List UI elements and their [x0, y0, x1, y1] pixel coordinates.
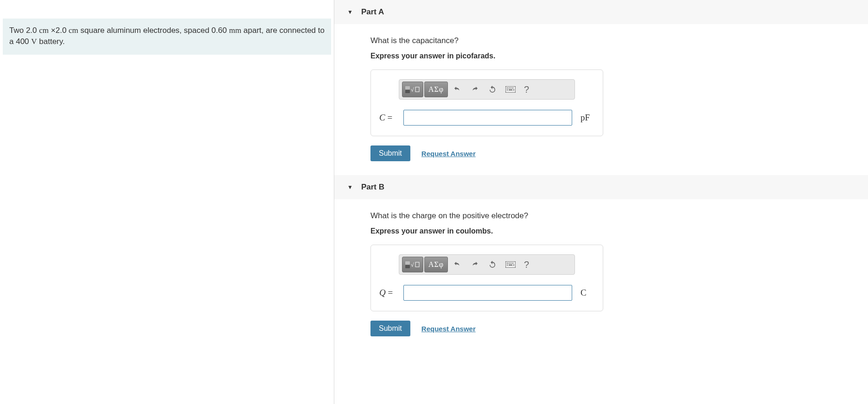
svg-rect-5: [511, 88, 511, 88]
greek-symbols-button[interactable]: ΑΣφ: [424, 82, 448, 97]
variable-label: Q =: [379, 288, 400, 298]
caret-down-icon: ▼: [347, 9, 353, 15]
part-a-body: What is the capacitance? Express your an…: [334, 24, 868, 175]
templates-button-icon[interactable]: √: [402, 82, 423, 97]
part-b-instruction: Express your answer in coulombs.: [370, 227, 868, 235]
unit-mm: mm: [229, 26, 241, 35]
variable-label: C =: [379, 113, 400, 123]
svg-rect-6: [512, 88, 513, 88]
submit-button[interactable]: Submit: [370, 145, 410, 161]
svg-rect-8: [509, 89, 512, 90]
part-b-header[interactable]: ▼ Part B: [334, 175, 868, 199]
reset-icon[interactable]: [484, 257, 501, 272]
part-b-answer-row: Q = C: [379, 285, 594, 301]
part-b-answer-box: √ ΑΣφ ? Q = C: [370, 245, 603, 311]
part-a-actions: Submit Request Answer: [370, 145, 868, 161]
equation-toolbar: √ ΑΣφ ?: [399, 254, 575, 275]
part-a-answer-box: √ ΑΣφ ? C = pF: [370, 69, 603, 136]
svg-rect-11: [415, 262, 419, 267]
part-b-body: What is the charge on the positive elect…: [334, 199, 868, 350]
greek-symbols-button[interactable]: ΑΣφ: [424, 257, 448, 272]
problem-text: 2.0: [56, 26, 69, 35]
problem-text: square aluminum electrodes, spaced 0.60: [78, 26, 229, 35]
problem-text: Two 2.0: [9, 26, 39, 35]
unit-volt: V: [31, 37, 37, 46]
undo-icon[interactable]: [449, 82, 466, 97]
unit-label: C: [581, 288, 594, 298]
part-a-answer-input[interactable]: [403, 110, 572, 126]
part-b-actions: Submit Request Answer: [370, 321, 868, 336]
part-b-question: What is the charge on the positive elect…: [370, 211, 868, 221]
svg-rect-16: [512, 263, 513, 264]
svg-rect-19: [513, 265, 514, 265]
redo-icon[interactable]: [466, 82, 483, 97]
problem-pane: Two 2.0 cm ×2.0 cm square aluminum elect…: [0, 0, 334, 404]
unit-cm: cm: [39, 26, 49, 35]
unit-label: pF: [581, 113, 594, 123]
part-b-title: Part B: [361, 183, 384, 192]
part-a-title: Part A: [361, 7, 384, 17]
request-answer-link[interactable]: Request Answer: [421, 325, 476, 333]
help-icon[interactable]: ?: [520, 257, 533, 272]
redo-icon[interactable]: [466, 257, 483, 272]
templates-button-icon[interactable]: √: [402, 257, 423, 272]
svg-rect-1: [415, 87, 419, 92]
svg-rect-14: [509, 263, 510, 264]
request-answer-link[interactable]: Request Answer: [421, 150, 476, 158]
part-a-header[interactable]: ▼ Part A: [334, 0, 868, 24]
problem-text: ×: [49, 26, 56, 35]
unit-cm: cm: [69, 26, 78, 35]
problem-text: battery.: [37, 37, 65, 46]
part-a-answer-row: C = pF: [379, 110, 594, 126]
keyboard-icon[interactable]: [502, 257, 519, 272]
part-a-question: What is the capacitance?: [370, 36, 868, 45]
submit-button[interactable]: Submit: [370, 321, 410, 336]
help-icon[interactable]: ?: [520, 82, 533, 97]
svg-rect-9: [513, 89, 514, 90]
svg-rect-15: [511, 263, 511, 264]
svg-text:√: √: [411, 87, 414, 93]
problem-statement: Two 2.0 cm ×2.0 cm square aluminum elect…: [3, 19, 331, 55]
equation-toolbar: √ ΑΣφ ?: [399, 79, 575, 100]
part-b-answer-input[interactable]: [403, 285, 572, 301]
keyboard-icon[interactable]: [502, 82, 519, 97]
undo-icon[interactable]: [449, 257, 466, 272]
answer-pane: ▼ Part A What is the capacitance? Expres…: [334, 0, 868, 404]
reset-icon[interactable]: [484, 82, 501, 97]
caret-down-icon: ▼: [347, 184, 353, 190]
svg-rect-13: [507, 263, 508, 264]
svg-rect-17: [507, 265, 508, 265]
svg-rect-7: [507, 89, 508, 90]
svg-rect-3: [507, 88, 508, 88]
svg-rect-18: [509, 265, 512, 265]
svg-text:√: √: [411, 262, 414, 268]
svg-rect-4: [509, 88, 510, 88]
part-a-instruction: Express your answer in picofarads.: [370, 52, 868, 60]
